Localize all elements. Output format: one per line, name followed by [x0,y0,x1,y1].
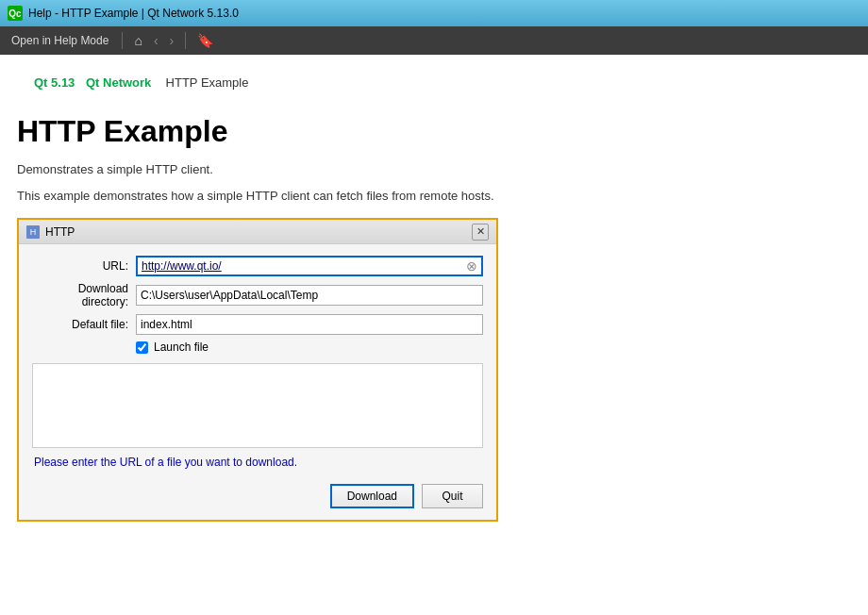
title-bar: Qc Help - HTTP Example | Qt Network 5.13… [0,0,868,26]
breadcrumb-sep2 [155,75,161,90]
bookmark-button[interactable]: 🔖 [193,31,217,50]
breadcrumb-page: HTTP Example [166,75,249,90]
dialog-buttons: Download Quit [32,478,483,508]
toolbar-separator-2 [185,32,186,49]
toolbar: Open in Help Mode ⌂ ‹ › 🔖 [0,26,868,55]
main-content: Qt 5.13 Qt Network HTTP Example HTTP Exa… [0,55,868,615]
url-clear-button[interactable]: ⊗ [462,257,481,275]
subtitle-1: Demonstrates a simple HTTP client. [17,160,851,179]
breadcrumb-sep1 [78,75,82,90]
subtitle-2: This example demonstrates how a simple H… [17,187,851,206]
toolbar-separator [122,32,123,49]
dialog-close-button[interactable]: ✕ [472,224,489,241]
dialog-titlebar: H HTTP ✕ [19,220,496,244]
dialog-title-text: HTTP [45,225,75,239]
file-row: Default file: [32,314,483,335]
dialog-title-left: H HTTP [26,225,75,239]
dir-label: Download directory: [32,282,136,308]
url-input[interactable] [136,256,483,276]
quit-button[interactable]: Quit [422,484,483,508]
download-button[interactable]: Download [330,484,414,508]
app-icon: Qc [8,6,23,21]
url-label: URL: [32,259,136,273]
breadcrumb-qt[interactable]: Qt 5.13 [34,75,75,90]
back-button[interactable]: ‹ [150,31,162,50]
file-label: Default file: [32,318,136,331]
breadcrumb: Qt 5.13 Qt Network HTTP Example [17,64,851,95]
dialog-app-icon: H [26,225,40,239]
open-help-mode-button[interactable]: Open in Help Mode [6,32,114,49]
dir-input[interactable] [136,285,483,306]
launch-file-checkbox[interactable] [136,341,148,354]
page-title: HTTP Example [17,114,851,149]
forward-button[interactable]: › [166,31,178,50]
dir-row: Download directory: [32,282,483,308]
dialog-body: URL: ⊗ Download directory: Default file:… [19,244,496,520]
dialog-log [32,363,483,448]
breadcrumb-module[interactable]: Qt Network [86,75,151,90]
url-input-wrap: ⊗ [136,256,483,276]
home-button[interactable]: ⌂ [130,31,145,50]
file-input[interactable] [136,314,483,335]
window-title: Help - HTTP Example | Qt Network 5.13.0 [28,7,239,20]
http-dialog: H HTTP ✕ URL: ⊗ Download directory: [17,218,498,522]
launch-file-row: Launch file [32,341,483,354]
url-row: URL: ⊗ [32,256,483,276]
launch-file-label[interactable]: Launch file [154,341,209,354]
status-text: Please enter the URL of a file you want … [32,456,483,469]
